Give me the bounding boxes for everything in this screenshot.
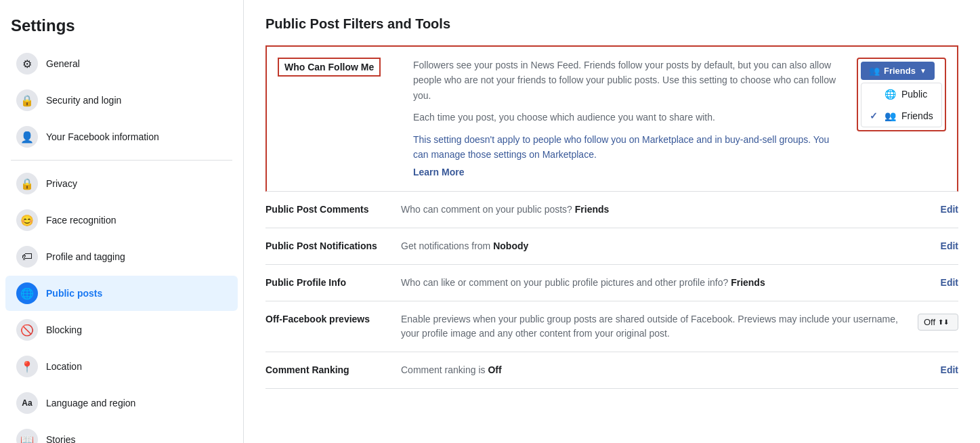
page-title: Public Post Filters and Tools: [265, 16, 958, 32]
off-facebook-toggle-value: Off: [924, 317, 935, 327]
friends-dropdown-menu: 🌐 Public ✓ 👥 Friends: [861, 83, 942, 127]
public-profile-info-row: Public Profile Info Who can like or comm…: [265, 265, 958, 301]
sidebar-item-stories-label: Stories: [46, 434, 76, 443]
sidebar-item-general-label: General: [46, 58, 80, 69]
public-globe-icon: 🌐: [885, 89, 896, 100]
dropdown-public-label: Public: [901, 89, 927, 100]
public-post-notifications-action: Edit: [918, 239, 958, 251]
public-post-notifications-desc: Get notifications from Nobody: [401, 239, 901, 253]
globe-icon: 🌐: [16, 282, 38, 304]
block-icon: 🚫: [16, 319, 38, 341]
sidebar-item-profile-tagging[interactable]: 🏷 Profile and tagging: [5, 239, 238, 274]
sidebar-item-profile-tagging-label: Profile and tagging: [46, 251, 125, 262]
person-icon: 👤: [16, 126, 38, 148]
comment-ranking-desc: Comment ranking is Off: [401, 363, 901, 377]
sidebar-item-security-label: Security and login: [46, 95, 121, 106]
comment-ranking-label: Comment Ranking: [265, 363, 401, 375]
dropdown-option-public[interactable]: 🌐 Public: [861, 83, 941, 105]
location-icon: 📍: [16, 356, 38, 377]
public-post-comments-value: Friends: [575, 204, 610, 215]
sidebar-item-facebook-info[interactable]: 👤 Your Facebook information: [5, 119, 238, 154]
sidebar-item-security[interactable]: 🔒 Security and login: [5, 83, 238, 118]
privacy-icon: 🔒: [16, 173, 38, 194]
sidebar-item-location[interactable]: 📍 Location: [5, 349, 238, 384]
sidebar-item-public-posts-label: Public posts: [46, 288, 102, 299]
off-facebook-previews-row: Off-Facebook previews Enable previews wh…: [265, 301, 958, 352]
face-icon: 😊: [16, 209, 38, 231]
who-can-follow-label: Who Can Follow Me: [278, 58, 381, 77]
public-profile-info-action: Edit: [918, 276, 958, 288]
tag-icon: 🏷: [16, 246, 38, 268]
friends-btn-label: Friends: [884, 66, 916, 76]
public-post-notifications-row: Public Post Notifications Get notificati…: [265, 228, 958, 265]
public-post-notifications-label: Public Post Notifications: [265, 239, 401, 251]
sidebar-item-general[interactable]: ⚙ General: [5, 46, 238, 81]
follow-desc3: This setting doesn't apply to people who…: [413, 132, 840, 163]
friends-dropdown-button[interactable]: 👥 Friends ▼: [861, 62, 935, 80]
off-facebook-previews-label: Off-Facebook previews: [265, 312, 401, 324]
comment-ranking-value: Off: [488, 364, 501, 375]
friends-dropdown-container: 👥 Friends ▼ 🌐 Public ✓ 👥 Friends: [857, 58, 946, 131]
sidebar-item-privacy-label: Privacy: [46, 178, 77, 189]
public-profile-info-value: Friends: [731, 277, 765, 288]
sidebar-item-privacy[interactable]: 🔒 Privacy: [5, 166, 238, 201]
sidebar-divider: [11, 160, 232, 161]
public-profile-info-desc: Who can like or comment on your public p…: [401, 276, 901, 290]
comment-ranking-edit[interactable]: Edit: [941, 364, 958, 375]
sidebar-item-stories[interactable]: 📖 Stories: [5, 422, 238, 443]
off-facebook-toggle[interactable]: Off ⬆⬇: [918, 314, 958, 331]
public-post-comments-label: Public Post Comments: [265, 203, 401, 215]
public-post-comments-action: Edit: [918, 203, 958, 215]
sidebar-item-face-recognition-label: Face recognition: [46, 215, 116, 226]
sidebar-title: Settings: [0, 11, 243, 46]
public-post-comments-row: Public Post Comments Who can comment on …: [265, 192, 958, 228]
check-mark: ✓: [870, 110, 879, 121]
lock-icon: 🔒: [16, 89, 38, 111]
public-post-comments-edit[interactable]: Edit: [941, 204, 958, 215]
sidebar-item-blocking-label: Blocking: [46, 324, 82, 335]
learn-more-link[interactable]: Learn More: [413, 165, 464, 180]
chevron-down-icon: ▼: [920, 67, 926, 75]
dropdown-friends-label: Friends: [901, 110, 933, 121]
public-post-notifications-value: Nobody: [493, 240, 528, 251]
sidebar-item-public-posts[interactable]: 🌐 Public posts: [5, 276, 238, 311]
friends-btn-icon: 👥: [869, 66, 880, 76]
gear-icon: ⚙: [16, 53, 38, 75]
sidebar-item-language-label: Language and region: [46, 398, 135, 408]
sidebar-item-location-label: Location: [46, 361, 82, 372]
friends-people-icon: 👥: [885, 110, 896, 121]
main-content: Public Post Filters and Tools Who Can Fo…: [244, 0, 980, 443]
public-profile-info-edit[interactable]: Edit: [941, 277, 958, 288]
sidebar-item-blocking[interactable]: 🚫 Blocking: [5, 312, 238, 347]
comment-ranking-action: Edit: [918, 363, 958, 375]
sidebar-item-facebook-info-label: Your Facebook information: [46, 131, 159, 142]
public-profile-info-label: Public Profile Info: [265, 276, 401, 288]
public-post-comments-desc: Who can comment on your public posts? Fr…: [401, 203, 901, 217]
public-post-notifications-edit[interactable]: Edit: [941, 240, 958, 251]
follow-desc1: Followers see your posts in News Feed. F…: [413, 58, 840, 103]
off-facebook-previews-action: Off ⬆⬇: [918, 312, 958, 331]
follow-desc2: Each time you post, you choose which aud…: [413, 110, 840, 125]
language-icon: Aa: [16, 392, 38, 414]
sidebar: Settings ⚙ General 🔒 Security and login …: [0, 0, 244, 443]
comment-ranking-row: Comment Ranking Comment ranking is Off E…: [265, 352, 958, 389]
dropdown-option-friends[interactable]: ✓ 👥 Friends: [861, 105, 941, 127]
toggle-arrows-icon: ⬆⬇: [938, 318, 949, 326]
sidebar-item-face-recognition[interactable]: 😊 Face recognition: [5, 203, 238, 238]
sidebar-item-language[interactable]: Aa Language and region: [5, 385, 238, 421]
off-facebook-previews-desc: Enable previews when your public group p…: [401, 312, 901, 341]
stories-icon: 📖: [16, 429, 38, 443]
